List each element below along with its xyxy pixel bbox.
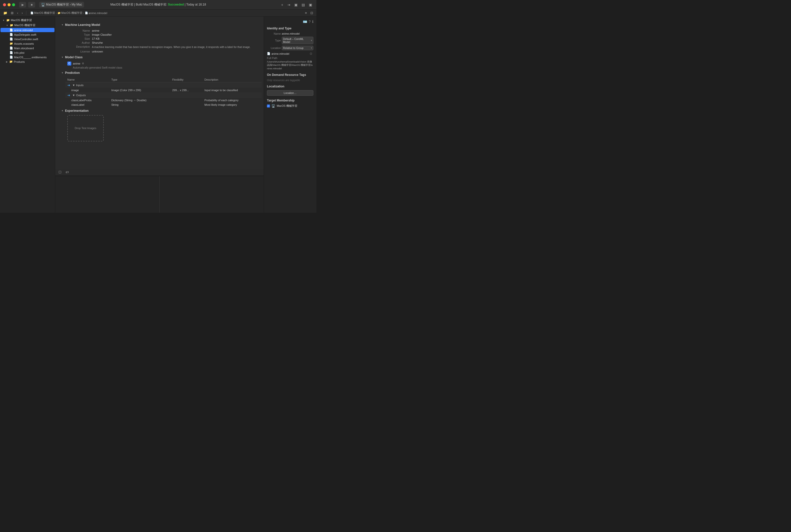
outputs-type-cell	[109, 92, 170, 98]
target-checkbox[interactable]: ✓	[267, 104, 270, 108]
on-demand-placeholder: Only resources are taggable	[267, 79, 313, 82]
ml-model-section-header: ▼ Machine Learning Model	[61, 23, 258, 26]
outputs-cell: ➜ ▼ Outputs	[65, 92, 109, 98]
model-class-section-header: ▼ Model Class	[61, 56, 258, 59]
sidebar-plist-label: Info.plist	[14, 51, 24, 54]
grid-view-btn[interactable]: ⊞	[9, 11, 15, 15]
drop-zone[interactable]: Drop Test Images	[67, 115, 104, 141]
minimize-button[interactable]	[7, 3, 11, 6]
class-settings-icon[interactable]: ⚙	[82, 62, 84, 65]
panel-location-value: Relative to Group	[283, 46, 304, 50]
ml-section-arrow: ▼	[61, 24, 63, 26]
target-name: MacOS 機械学習	[277, 104, 297, 108]
sidebar-storyboard-label: Main.storyboard	[14, 47, 34, 50]
identity-panel-icon[interactable]: 🪪	[303, 20, 307, 24]
stop-button[interactable]: ■	[28, 2, 35, 7]
play-button[interactable]: ▶	[19, 2, 26, 7]
breadcrumb-sep-1: ›	[56, 12, 57, 15]
assets-icon: 📁	[9, 42, 13, 45]
project-label: MacOS 機械学習 › My Mac	[46, 2, 82, 7]
forward-btn[interactable]: ›	[20, 11, 24, 15]
sidebar-item-info-plist[interactable]: 📄 Info.plist	[0, 51, 55, 55]
breadcrumb-label-1: MacOS 機械学習	[34, 11, 55, 15]
col-flexibility: Flexibility	[170, 77, 202, 82]
size-value: 17 KB	[92, 37, 258, 40]
toolbar: 📁 ⊞ ‹ › 📄 MacOS 機械学習 › 📁 MacOS 機械学習 › 📄 …	[0, 10, 316, 17]
sidebar-group-label: MacOS 機械学習	[14, 23, 35, 27]
sidebar-item-viewcontroller[interactable]: 📄 ViewController.swift	[0, 37, 55, 41]
classlabelprobs-flex-cell	[170, 98, 202, 102]
fullscreen-button[interactable]	[12, 3, 15, 6]
inspector-toggle[interactable]: ▣	[308, 2, 313, 7]
panel-type-label: Type	[267, 39, 281, 42]
outputs-desc-cell	[202, 92, 262, 98]
bottom-pane-header-bar: ☐ 🏷	[55, 169, 264, 176]
navigator-toggle[interactable]: ▣	[293, 2, 299, 7]
model-class-arrow: ▼	[61, 56, 63, 58]
close-button[interactable]	[3, 3, 6, 6]
sidebar-item-assets[interactable]: 📁 Assets.xcassets	[0, 41, 55, 46]
inputs-desc-cell	[202, 82, 262, 88]
exp-section-arrow: ▼	[61, 110, 63, 112]
sidebar-assets-label: Assets.xcassets	[14, 42, 34, 45]
split-editor-btn[interactable]: ⊡	[309, 11, 314, 15]
back-btn[interactable]: ‹	[16, 11, 19, 15]
target-membership-title: Target Membership	[267, 99, 313, 102]
file-inspector-icon[interactable]: ℹ	[312, 20, 313, 24]
image-type-cell: Image (Color 299 x 299)	[109, 88, 170, 92]
inputs-flex-cell	[170, 82, 202, 88]
classlabel-flex-cell	[170, 102, 202, 107]
bottom-tag-icon[interactable]: 🏷	[64, 170, 70, 175]
sidebar-item-anime-mlmodel[interactable]: 📄 anime.mlmodel	[0, 28, 55, 32]
panel-type-select[interactable]: Default – CoreML Model ▾	[282, 37, 313, 44]
breadcrumb-item-1[interactable]: 📄 MacOS 機械学習	[31, 11, 55, 15]
quick-help-icon[interactable]: ?	[309, 20, 311, 24]
panel-type-select-value: Default – CoreML Model	[283, 37, 311, 43]
expand-arrow-group: ▼	[6, 24, 8, 26]
bottom-left-icon[interactable]: ☐	[57, 170, 63, 175]
breadcrumb-item-3[interactable]: 📄 anime.mlmodel	[85, 12, 108, 15]
products-arrow: ▶	[6, 60, 8, 63]
panel-reveal-btn[interactable]: ⬡	[309, 52, 313, 56]
sidebar-item-appdelegate[interactable]: 📄 AppDelegate.swift	[0, 33, 55, 37]
entitlements-icon: 📄	[9, 56, 13, 59]
sidebar: ▼ 📁 MacOS 機械学習 ▼ 📁 MacOS 機械学習 📄 anime.ml…	[0, 17, 55, 213]
model-class-section: C anime ⚙ Automatically generated Swift …	[67, 61, 258, 69]
sidebar-item-products[interactable]: ▶ 📁 Products	[0, 59, 55, 64]
classlabel-desc-cell: Most likely image category	[202, 102, 262, 107]
editor-options-btn[interactable]: ≡	[304, 11, 308, 15]
localize-button[interactable]: Localize…	[267, 90, 313, 96]
sidebar-item-group[interactable]: ▼ 📁 MacOS 機械学習	[0, 23, 55, 27]
breadcrumb-item-2[interactable]: 📁 MacOS 機械学習	[58, 11, 82, 15]
folder-icon[interactable]: 📁	[2, 11, 8, 15]
sidebar-viewcontroller-label: ViewController.swift	[14, 38, 38, 41]
panel-name-row: Name anime.mlmodel	[267, 32, 313, 35]
target-app-icon: 🖥️	[271, 104, 275, 108]
description-value: A machine learning model that has been t…	[92, 45, 258, 49]
sidebar-item-entitlements[interactable]: 📄 MacOS_____.entitlements	[0, 55, 55, 59]
breadcrumb-label-3: anime.mlmodel	[89, 12, 108, 15]
go-forward-button[interactable]: ⇥	[286, 2, 292, 7]
breadcrumb-label-2: MacOS 機械学習	[61, 11, 82, 15]
project-scheme[interactable]: 🖥️ MacOS 機械学習 › My Mac	[39, 2, 84, 7]
sidebar-item-main-storyboard[interactable]: 📄 Main.storyboard	[0, 46, 55, 50]
target-membership-item: ✓ 🖥️ MacOS 機械学習	[267, 104, 313, 108]
panel-location-select[interactable]: Relative to Group ▾	[282, 46, 313, 50]
project-folder-icon: 📁	[6, 19, 10, 22]
class-c-icon: C	[67, 61, 71, 65]
prediction-arrow: ▼	[61, 72, 63, 74]
group-folder-icon: 📁	[10, 24, 13, 27]
classlabelprobs-desc-cell: Probability of each category	[202, 98, 262, 102]
sidebar-products-label: Products	[14, 60, 25, 63]
on-demand-title: On Demand Resource Tags	[267, 73, 313, 77]
inputs-group-row: ➜ ▼ Inputs	[65, 82, 262, 88]
sidebar-item-project[interactable]: ▼ 📁 MacOS 機械学習	[0, 18, 55, 23]
classlabelprobs-name-cell: classLabelProbs	[65, 98, 109, 102]
description-label: Description	[67, 45, 90, 49]
breadcrumb: 📄 MacOS 機械学習 › 📁 MacOS 機械学習 › 📄 anime.ml…	[28, 11, 303, 15]
add-button[interactable]: +	[280, 2, 285, 7]
outputs-collapse-arrow: ▼	[72, 94, 75, 97]
layout-toggle[interactable]: ▤	[300, 2, 306, 7]
type-value: Image Classifier	[92, 33, 258, 36]
panel-type-row: Type Default – CoreML Model ▾	[267, 37, 313, 44]
